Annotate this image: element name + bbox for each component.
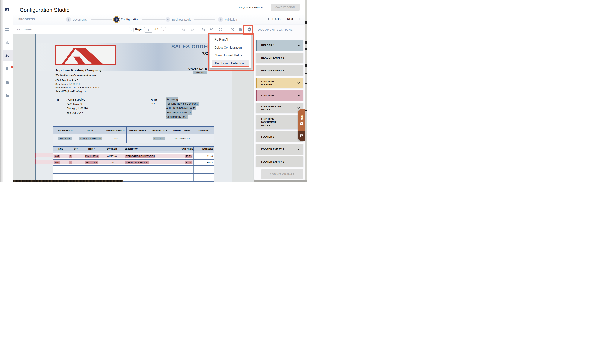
line-item-row: 002 1 JRC-01229 A1/206-0- VERTICAL SHROU… — [53, 159, 214, 166]
section-footer-1[interactable]: FOOTER 1 — [256, 131, 303, 142]
page-next-button[interactable]: › — [161, 27, 166, 32]
item-number-field[interactable]: JRC-01229 — [85, 161, 98, 164]
section-line-item-1[interactable]: LINE ITEM 1 — [256, 90, 303, 101]
company-building-icon[interactable] — [5, 93, 9, 98]
help-tab-bottom[interactable] — [298, 131, 305, 141]
item-number-field[interactable]: DOH-19336 — [84, 155, 99, 158]
zoom-in-icon[interactable] — [210, 27, 214, 32]
page-prev-button[interactable]: ‹ — [129, 27, 134, 32]
ship-to-field[interactable]: Customer ID 3004 — [165, 115, 188, 119]
account-badge-icon[interactable] — [5, 7, 9, 12]
ship-to-field[interactable]: Top Line Roofing Company — [165, 102, 199, 106]
chevron-down-icon[interactable] — [298, 107, 300, 109]
dashboard-icon[interactable] — [5, 27, 9, 32]
unit-price-field[interactable]: 20.73 — [185, 155, 192, 158]
section-accent-bar — [256, 90, 257, 101]
help-tab[interactable]: Help — [298, 109, 305, 141]
qty-field[interactable]: 2 — [69, 155, 72, 158]
shipping-terms-cell — [127, 134, 148, 143]
header-top-rule — [37, 43, 212, 43]
step-connector — [142, 19, 166, 20]
section-line-item-footer[interactable]: LINE ITEM FOOTER — [256, 78, 303, 88]
bill-to-label: TO — [55, 98, 59, 102]
commit-change-button[interactable]: COMMIT CHANGE — [261, 169, 303, 179]
notifications-bell-icon[interactable] — [5, 67, 9, 71]
document-icon[interactable] — [5, 80, 9, 84]
salesperson-field[interactable]: John Smith — [58, 137, 72, 140]
next-button[interactable]: NEXT — [287, 17, 300, 21]
section-footer-empty-1[interactable]: FOOTER EMPTY 1 — [256, 144, 303, 155]
empty-line-row — [53, 166, 214, 174]
step-business-logic[interactable]: Business Logic — [165, 17, 191, 22]
section-footer-empty-2[interactable]: FOOTER EMPTY 2 — [256, 156, 303, 167]
request-change-button[interactable]: REQUEST CHANGE — [234, 3, 268, 11]
help-tab-top[interactable]: Help — [298, 109, 305, 131]
notification-dot — [11, 66, 13, 68]
line-number-field[interactable]: 001 — [55, 155, 60, 158]
next-arrow-icon — [297, 18, 300, 20]
menu-item-rerun-ai[interactable]: Re-Run AI — [209, 36, 251, 43]
company-logo — [55, 45, 116, 65]
zoom-out-icon[interactable] — [202, 27, 206, 32]
sales-order-page: SALES ORDER 7825 Top Line Roofing Compan… — [36, 34, 232, 182]
section-header-1[interactable]: HEADER 1 — [256, 40, 303, 51]
back-arrow-icon — [268, 18, 271, 20]
chevron-down-icon[interactable] — [298, 148, 300, 150]
column-header: EXTENDED — [194, 146, 214, 151]
users-icon[interactable] — [5, 53, 9, 58]
column-header: PAYMENT TERMS — [170, 127, 193, 134]
step-documents[interactable]: Documents — [66, 17, 87, 22]
history-icon[interactable] — [231, 27, 235, 32]
ship-to-field[interactable]: Receiving — [165, 97, 178, 102]
desktop-strip — [254, 180, 307, 182]
line-items-table: LINE QTY ITEM # SUPPLIER DESCRIPTION UNI… — [53, 146, 214, 182]
window-left-edge — [0, 0, 3, 182]
menu-item-show-unused-fields[interactable]: Show Unused Fields — [209, 52, 251, 59]
chevron-down-icon[interactable] — [298, 94, 300, 96]
email-field[interactable]: jsmith@ACME.com — [79, 137, 102, 140]
feedback-chat-icon[interactable] — [300, 134, 303, 137]
column-header: SUPPLIER — [100, 146, 124, 151]
save-version-button[interactable]: SAVE VERSION — [271, 3, 300, 11]
line-item-row: 001 2 DOH-19336 A1/203-0 STANDARD LONG T… — [53, 153, 214, 159]
bar-chart-icon[interactable] — [5, 40, 9, 45]
back-button[interactable]: BACK — [268, 17, 281, 21]
new-document-icon[interactable] — [238, 27, 243, 32]
step-connector — [194, 19, 215, 20]
step-validation[interactable]: Validation — [218, 17, 237, 22]
redo-icon[interactable] — [190, 27, 194, 32]
line-row-marker — [35, 153, 36, 158]
step-configuration[interactable]: Configuration — [114, 17, 139, 22]
extended-cell: 80.18 — [194, 159, 214, 166]
supplier-cell: A1/206-0- — [100, 159, 124, 166]
line-number-field[interactable]: 002 — [55, 161, 60, 164]
ship-to-field[interactable]: 4503 Terminal Ave South — [165, 106, 196, 110]
section-header-empty-2[interactable]: HEADER EMPTY 2 — [256, 65, 303, 76]
settings-gear-icon[interactable] — [247, 27, 251, 32]
undo-icon[interactable] — [182, 27, 186, 32]
section-line-item-document-notes[interactable]: LINE ITEM DOCUMENT NOTES — [256, 115, 303, 130]
supplier-cell: A1/203-0 — [100, 153, 124, 159]
page-title: Configuration Studio — [20, 7, 69, 13]
page-number-input[interactable] — [144, 27, 152, 33]
order-date-value[interactable]: 12/1/2017 — [193, 71, 206, 74]
column-header: SHIPPING METHOD — [104, 127, 127, 134]
section-line-item-line-notes[interactable]: LINE ITEM LINE NOTES — [256, 103, 303, 113]
qty-field[interactable]: 1 — [69, 161, 72, 164]
chevron-down-icon[interactable] — [298, 44, 300, 46]
chevron-down-icon[interactable] — [298, 82, 300, 84]
section-header-empty-1[interactable]: HEADER EMPTY 1 — [256, 52, 303, 63]
unit-price-field[interactable]: 80.18 — [185, 161, 192, 164]
documents-step-icon — [66, 17, 71, 22]
sales-order-title: SALES ORDER — [171, 44, 211, 50]
menu-item-delete-configuration[interactable]: Delete Configuration — [209, 44, 251, 51]
description-field[interactable]: STANDARD LONG TOOTH — [125, 155, 155, 158]
due-date-cell — [193, 134, 214, 143]
order-info-table: SALESPERSON EMAIL SHIPPING METHOD SHIPPI… — [53, 126, 214, 143]
description-field[interactable]: VERTICAL SHROUD — [125, 161, 149, 164]
fullscreen-icon[interactable] — [218, 27, 223, 32]
delivery-date-field[interactable]: 12/8/2017 — [153, 137, 165, 140]
help-close-icon[interactable] — [300, 122, 303, 126]
ship-to-field[interactable]: San Diego, CA 92104 — [165, 110, 192, 115]
menu-item-run-layout-detection[interactable]: Run Layout Detection — [212, 60, 249, 67]
